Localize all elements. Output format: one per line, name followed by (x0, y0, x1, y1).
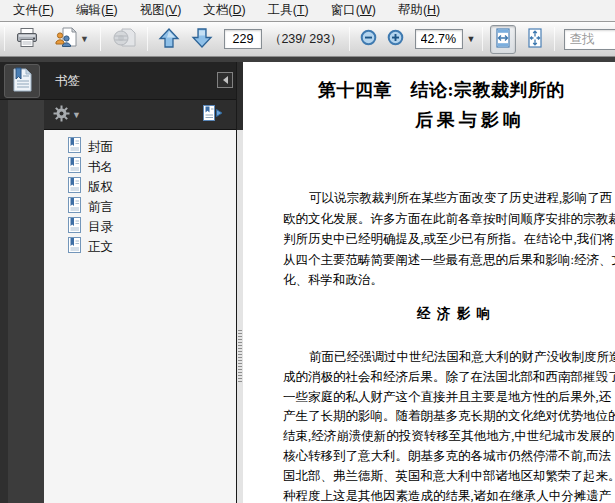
bookmarks-panel: 书签 (0, 62, 243, 503)
previous-page-up-arrow-icon (158, 27, 180, 52)
bookmark-item-maintext[interactable]: 正文 (44, 237, 236, 257)
menu-file[interactable]: 文件(F) (2, 0, 65, 21)
bookmark-item-copyright[interactable]: 版权 (44, 177, 236, 197)
toolbar-drag-handle[interactable] (482, 27, 483, 51)
menu-tools[interactable]: 工具(T) (257, 0, 320, 21)
paragraph-2: 前面已经强调过中世纪法国和意大利的财产没收制度所造 成的消极的社会和经济后果。除… (283, 348, 615, 503)
fit-page-icon (525, 28, 545, 51)
toolbar-drag-handle[interactable] (147, 27, 148, 51)
toolbar-drag-handle[interactable] (554, 27, 555, 51)
collaborate-button[interactable]: ▼ (51, 24, 92, 55)
menu-document[interactable]: 文档(D) (192, 0, 256, 21)
text-line: 成的消极的社会和经济后果。除了在法国北部和西南部摧毁了 (283, 368, 615, 388)
scroll-mode-button[interactable] (490, 25, 516, 54)
share-review-icon (112, 27, 138, 52)
document-page: 第十四章 结论:宗教裁判所的 后果与影响 可以说宗教裁判所在某些方面改变了历史进… (243, 62, 615, 503)
fit-page-button[interactable] (522, 25, 548, 54)
bookmark-page-icon (68, 197, 81, 217)
find-input[interactable] (564, 29, 615, 50)
paragraph-1: 可以说宗教裁判所在某些方面改变了历史进程,影响了西 欧的文化发展。许多方面在此前… (283, 188, 615, 291)
chapter-title-line2: 后果与影响 (415, 108, 525, 132)
zoom-in-button[interactable] (384, 26, 407, 52)
panel-side-strip (0, 100, 44, 503)
zoom-level-control: ▼ (415, 29, 476, 49)
bookmark-options-button[interactable]: ▼ (50, 102, 84, 128)
panel-title: 书签 (55, 73, 80, 90)
page-count-label: （239/ 293） (269, 31, 343, 48)
menu-bar: 文件(F) 编辑(E) 视图(V) 文档(D) 工具(T) 窗口(W) 帮助(H… (0, 0, 615, 22)
bookmark-item-toc[interactable]: 目录 (44, 217, 236, 237)
options-gear-icon (53, 105, 70, 125)
text-line: 从四个主要范畴简要阐述一些最有意思的后果和影响:经济、文 (283, 250, 615, 271)
bookmark-list: 封面 书名 版权 前言 (44, 130, 236, 503)
zoom-level-input[interactable] (415, 29, 463, 49)
bookmarks-tab-button[interactable] (4, 64, 40, 98)
bookmark-item-booktitle[interactable]: 书名 (44, 157, 236, 177)
bookmark-page-icon (68, 237, 81, 257)
bookmark-page-icon (68, 217, 81, 237)
text-line: 核心转移到了意大利。朗基多克的各城市仍然停滞不前,而法 (283, 447, 615, 467)
next-page-button[interactable] (188, 24, 216, 55)
collaborate-icon (54, 27, 78, 52)
menu-help[interactable]: 帮助(H) (387, 0, 451, 21)
options-dropdown-caret: ▼ (72, 110, 81, 120)
toolbar-drag-handle[interactable] (4, 27, 5, 51)
zoom-in-icon (387, 29, 404, 49)
menu-edit[interactable]: 编辑(E) (65, 0, 129, 21)
text-line: 产生了长期的影响。随着朗基多克长期的文化绝对优势地位的 (283, 407, 615, 427)
previous-page-button[interactable] (155, 24, 183, 55)
expand-current-bookmark-button[interactable] (199, 101, 226, 128)
collapse-panel-button[interactable] (217, 72, 233, 88)
expand-current-bookmark-icon (202, 104, 223, 125)
bookmark-item-preface[interactable]: 前言 (44, 197, 236, 217)
bookmark-page-icon (68, 137, 81, 157)
scroll-mode-icon (493, 28, 513, 51)
collaborate-dropdown-caret: ▼ (80, 35, 89, 44)
page-number-input[interactable] (224, 29, 262, 49)
bookmarks-options-bar: ▼ (44, 100, 236, 130)
zoom-out-icon (360, 29, 377, 49)
print-icon (15, 27, 39, 52)
bookmark-item-cover[interactable]: 封面 (44, 137, 236, 157)
menu-window[interactable]: 窗口(W) (320, 0, 387, 21)
zoom-out-button[interactable] (357, 26, 380, 52)
text-line: 化、科学和政治。 (283, 270, 615, 291)
next-page-down-arrow-icon (191, 27, 213, 52)
bookmark-page-icon (68, 177, 81, 197)
text-line: 种程度上这是其他因素造成的结果,诸如在继承人中分摊遗产 (283, 487, 615, 503)
menu-view[interactable]: 视图(V) (129, 0, 193, 21)
zoom-dropdown-caret[interactable]: ▼ (467, 34, 476, 44)
text-line: 一些家庭的私人财产这个直接并且主要是地方性的后果外,还 (283, 388, 615, 408)
text-line: 可以说宗教裁判所在某些方面改变了历史进程,影响了西 (283, 188, 615, 209)
bookmarks-tab-icon (10, 67, 34, 96)
text-line: 欧的文化发展。许多方面在此前各章按时间顺序安排的宗教裁 (283, 209, 615, 230)
pdf-reader-window: 文件(F) 编辑(E) 视图(V) 文档(D) 工具(T) 窗口(W) 帮助(H… (0, 0, 615, 503)
text-line: 国北部、弗兰德斯、英国和意大利中部诸地区却繁荣了起来。某 (283, 467, 615, 487)
toolbar-separator (100, 27, 101, 51)
bookmark-page-icon (68, 157, 81, 177)
text-line: 前面已经强调过中世纪法国和意大利的财产没收制度所造 (283, 348, 615, 368)
print-button[interactable] (12, 24, 42, 55)
panel-resize-handle[interactable] (238, 330, 242, 382)
toolbar-drag-handle[interactable] (349, 27, 350, 51)
section-heading: 经 济 影 响 (417, 305, 492, 323)
toolbar: ▼ (0, 22, 615, 57)
collapse-panel-icon (219, 76, 228, 84)
text-line: 结束,经济崩溃使新的投资转移至其他地方,中世纪城市发展的 (283, 427, 615, 447)
text-line: 判所历史中已经明确提及,或至少已有所指。在结论中,我们将 (283, 229, 615, 250)
share-review-button[interactable] (109, 24, 141, 55)
chapter-title-line1: 第十四章 结论:宗教裁判所的 (318, 78, 565, 102)
bookmarks-panel-header: 书签 (0, 62, 236, 100)
